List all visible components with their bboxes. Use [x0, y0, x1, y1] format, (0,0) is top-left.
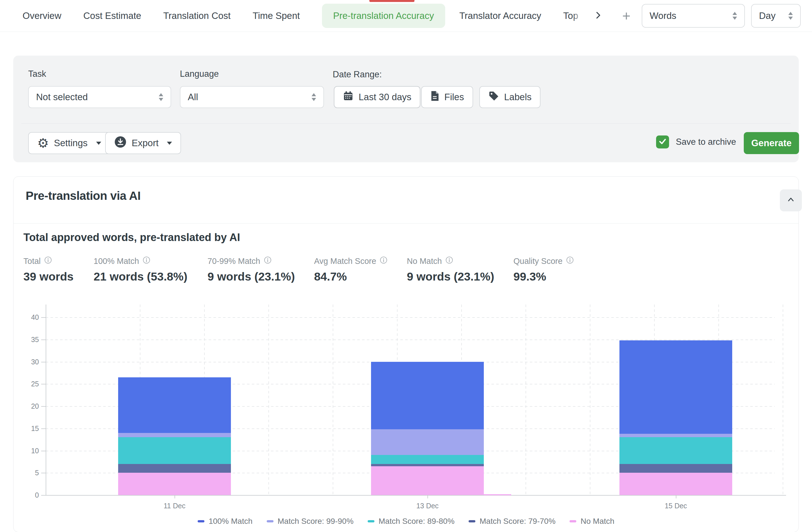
report-filter-panel: Task Not selected Language All Date Rang… — [13, 56, 799, 162]
bar-segment-13-Dec — [371, 464, 484, 466]
bar-segment-15-Dec — [620, 434, 732, 437]
unit-select-value: Words — [650, 11, 677, 21]
download-icon — [114, 136, 127, 151]
legend-marker — [267, 520, 274, 522]
x-axis-label: 11 Dec — [149, 502, 200, 510]
y-axis-tick — [41, 495, 46, 495]
x-axis-line — [46, 495, 786, 495]
chart-vertical-gridline — [525, 305, 526, 495]
bar-segment-tiny-14-Dec — [484, 494, 511, 495]
period-select-value: Day — [759, 11, 775, 21]
add-tab-button[interactable]: + — [618, 7, 635, 24]
date-range-label: Date Range: — [333, 69, 382, 80]
y-axis-label: 35 — [21, 336, 39, 344]
legend-marker — [198, 520, 204, 522]
save-to-archive-option: Save to archive — [656, 136, 736, 149]
tab-overview[interactable]: Overview — [23, 11, 61, 21]
chevron-right-icon — [594, 11, 603, 21]
language-select[interactable]: All — [180, 86, 324, 108]
bar-segment-13-Dec — [371, 362, 484, 429]
y-axis-label: 40 — [21, 313, 39, 321]
bar-segment-15-Dec — [620, 473, 732, 495]
legend-marker — [468, 520, 475, 522]
file-icon — [430, 90, 439, 103]
task-select[interactable]: Not selected — [28, 86, 171, 108]
chart-legend: 100% MatchMatch Score: 99-90%Match Score… — [14, 517, 798, 526]
sort-arrows-icon — [159, 93, 163, 101]
tag-icon — [488, 90, 499, 103]
legend-label: Match Score: 89-80% — [379, 517, 454, 526]
sort-arrows-icon — [788, 12, 793, 20]
y-axis-tick — [41, 362, 46, 362]
unit-select[interactable]: Words — [642, 4, 745, 28]
labels-button-label: Labels — [504, 92, 532, 102]
date-range-button[interactable]: Last 30 days — [334, 86, 420, 108]
y-axis-line — [46, 305, 46, 495]
x-axis-tick — [427, 495, 428, 499]
y-axis-label: 15 — [21, 424, 39, 433]
legend-item[interactable]: Match Score: 99-90% — [267, 517, 353, 526]
tab-translator-accuracy[interactable]: Translator Accuracy — [459, 11, 541, 21]
legend-item[interactable]: No Match — [569, 517, 614, 526]
bar-segment-11-Dec — [118, 473, 231, 495]
stacked-bar-chart: 051015202530354011 Dec13 Dec15 Dec — [14, 177, 798, 532]
tab-pre-translation-accuracy[interactable]: Pre-translation Accuracy — [322, 4, 446, 28]
y-axis-tick — [41, 384, 46, 384]
date-range-value: Last 30 days — [359, 92, 411, 102]
bar-segment-15-Dec — [620, 340, 732, 434]
tabs-scroll-right-button[interactable] — [590, 7, 607, 24]
y-axis-label: 30 — [21, 358, 39, 366]
y-axis-tick — [41, 317, 46, 318]
period-select[interactable]: Day — [751, 4, 801, 28]
bar-segment-11-Dec — [118, 433, 231, 437]
settings-button[interactable]: ⚙ Settings — [28, 132, 110, 154]
settings-button-label: Settings — [54, 138, 87, 149]
tab-time-spent[interactable]: Time Spent — [252, 11, 300, 21]
chart-vertical-gridline — [590, 305, 590, 495]
bar-segment-11-Dec — [118, 437, 231, 464]
tab-top-truncated[interactable]: Top — [563, 11, 585, 21]
files-filter-button[interactable]: Files — [421, 86, 473, 108]
bar-segment-13-Dec — [371, 429, 484, 455]
legend-item[interactable]: 100% Match — [198, 517, 252, 526]
sort-arrows-icon — [733, 12, 737, 20]
chart-horizontal-gridline — [46, 339, 775, 340]
y-axis-tick — [41, 473, 46, 473]
tab-translation-cost[interactable]: Translation Cost — [163, 11, 231, 21]
generate-button[interactable]: Generate — [744, 132, 799, 154]
legend-label: Match Score: 99-90% — [278, 517, 353, 526]
y-axis-tick — [41, 339, 46, 340]
legend-label: No Match — [581, 517, 614, 526]
legend-marker — [569, 520, 576, 522]
legend-item[interactable]: Match Score: 79-70% — [468, 517, 555, 526]
tab-cost-estimate[interactable]: Cost Estimate — [84, 11, 141, 21]
y-axis-tick — [41, 406, 46, 407]
language-select-value: All — [188, 92, 198, 102]
y-axis-label: 10 — [21, 447, 39, 455]
legend-label: 100% Match — [209, 517, 252, 526]
plus-icon: + — [622, 9, 630, 23]
bar-segment-11-Dec — [118, 464, 231, 473]
chart-vertical-gridline — [269, 305, 269, 495]
labels-filter-button[interactable]: Labels — [479, 86, 540, 108]
filter-panel-divider — [21, 123, 791, 124]
y-axis-label: 0 — [21, 491, 39, 499]
gear-icon: ⚙ — [37, 137, 49, 150]
check-icon — [658, 137, 667, 147]
x-axis-label: 15 Dec — [650, 502, 701, 510]
chart-vertical-gridline — [783, 305, 783, 495]
bar-segment-13-Dec — [371, 455, 484, 464]
y-axis-label: 25 — [21, 380, 39, 388]
export-button-label: Export — [132, 138, 158, 149]
x-axis-tick — [676, 495, 677, 499]
tabbar-selects: Words Day — [642, 4, 801, 28]
language-label: Language — [180, 69, 219, 79]
save-to-archive-checkbox[interactable] — [656, 136, 669, 149]
legend-item[interactable]: Match Score: 89-80% — [368, 517, 454, 526]
chart-horizontal-gridline — [46, 317, 775, 318]
legend-label: Match Score: 79-70% — [480, 517, 555, 526]
y-axis-tick — [41, 451, 46, 451]
chart-vertical-gridline — [333, 305, 333, 495]
caret-down-icon — [96, 142, 101, 145]
export-button[interactable]: Export — [105, 132, 181, 154]
